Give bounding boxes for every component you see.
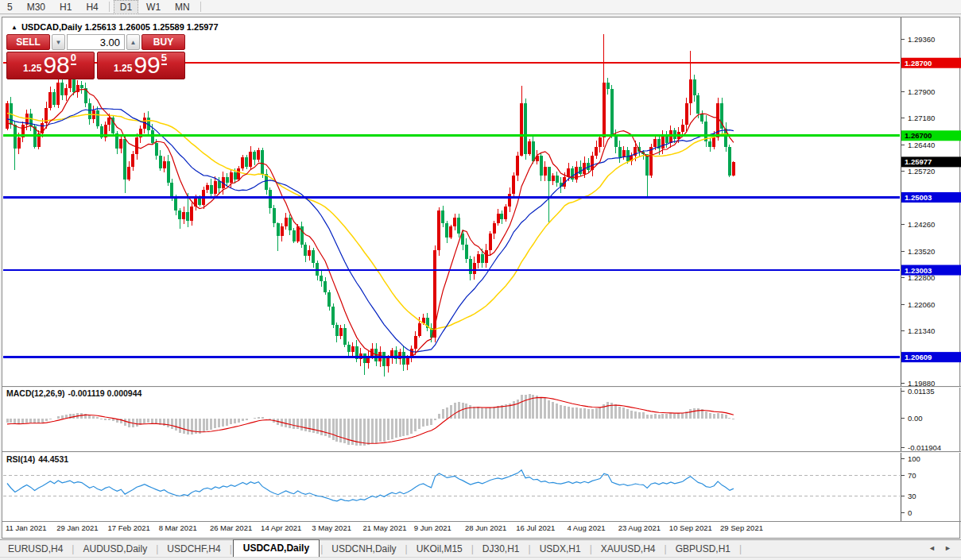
- tab-usdcnh-daily[interactable]: USDCNH,Daily: [324, 542, 404, 557]
- sell-button[interactable]: SELL: [6, 34, 50, 50]
- timeframe-D1[interactable]: D1: [114, 0, 138, 14]
- tab-scroll-left-icon[interactable]: ◄: [928, 544, 936, 552]
- svg-text:1.25003: 1.25003: [905, 193, 932, 202]
- svg-text:23 Aug 2021: 23 Aug 2021: [618, 523, 661, 532]
- svg-text:1.27900: 1.27900: [908, 87, 935, 96]
- timeframe-MN[interactable]: MN: [169, 0, 196, 14]
- triangle-down-icon: ▼: [56, 39, 62, 46]
- svg-text:1.26440: 1.26440: [908, 141, 935, 149]
- toolbar-separator: [200, 2, 201, 12]
- svg-text:1.28700: 1.28700: [905, 59, 932, 68]
- buy-price-big: 99: [134, 54, 160, 76]
- svg-text:1.22800: 1.22800: [908, 273, 935, 282]
- macd-indicator-label: MACD(12,26,9)-0.001119 0.000944: [6, 388, 141, 398]
- tab-xauusd-h4[interactable]: XAUUSD,H4: [593, 542, 664, 557]
- svg-text:3 May 2021: 3 May 2021: [312, 523, 351, 532]
- svg-text:1.27180: 1.27180: [908, 114, 935, 122]
- buy-price-prefix: 1.25: [114, 63, 132, 74]
- sell-price-big: 98: [43, 54, 69, 76]
- tab-audusd-daily[interactable]: AUDUSD,Daily: [75, 542, 155, 557]
- collapse-chart-icon[interactable]: ▲: [11, 24, 17, 31]
- svg-text:0.00: 0.00: [908, 414, 923, 423]
- toolbar-separator: [109, 2, 110, 12]
- price-chart-canvas: 1.287001.267001.250031.230031.206091.259…: [2, 17, 961, 539]
- svg-text:4 Aug 2021: 4 Aug 2021: [567, 523, 605, 532]
- triangle-up-icon: ▲: [130, 39, 137, 46]
- timeframe-M30[interactable]: M30: [21, 0, 52, 14]
- buy-button[interactable]: BUY: [141, 34, 185, 50]
- svg-text:100: 100: [908, 454, 920, 463]
- tab-ukoil-m15[interactable]: UKOil,M15: [409, 542, 471, 557]
- svg-text:21 May 2021: 21 May 2021: [363, 523, 407, 532]
- svg-text:1.26700: 1.26700: [905, 131, 932, 140]
- svg-text:1.20609: 1.20609: [905, 353, 932, 361]
- volume-increase-button[interactable]: ▲: [126, 34, 140, 50]
- svg-text:1.23520: 1.23520: [908, 247, 935, 256]
- svg-text:1.24260: 1.24260: [908, 220, 935, 229]
- svg-text:1.22060: 1.22060: [908, 300, 935, 309]
- chart-title-text: USDCAD,Daily 1.25613 1.26005 1.25589 1.2…: [21, 22, 219, 32]
- buy-price-button[interactable]: 1.25 99 5: [97, 52, 185, 79]
- timeframe-W1[interactable]: W1: [140, 0, 167, 14]
- svg-text:29 Jan 2021: 29 Jan 2021: [56, 523, 98, 532]
- tab-scroll-right-icon[interactable]: ►: [944, 544, 951, 552]
- timeframe-5[interactable]: 5: [1, 0, 19, 14]
- sell-price-button[interactable]: 1.25 98 0: [6, 52, 95, 79]
- svg-text:1.25720: 1.25720: [908, 167, 935, 176]
- timeframe-H1[interactable]: H1: [53, 0, 78, 14]
- one-click-trading-panel: SELL ▼ ▲ BUY 1.25 98 0 1.25 99 5: [6, 34, 185, 79]
- chart-tabs-bar: ◄ ► EURUSD,H4|AUDUSD,Daily|USDCHF,H4|USD…: [0, 539, 961, 557]
- svg-text:70: 70: [908, 471, 916, 480]
- buy-price-sup: 5: [161, 52, 167, 65]
- svg-text:9 Jun 2021: 9 Jun 2021: [414, 523, 451, 532]
- svg-text:17 Feb 2021: 17 Feb 2021: [107, 523, 149, 532]
- tab-gbpusd-h1[interactable]: GBPUSD,H1: [668, 542, 738, 557]
- sell-price-sup: 0: [71, 52, 76, 65]
- svg-text:30: 30: [908, 492, 916, 500]
- svg-text:26 Mar 2021: 26 Mar 2021: [210, 523, 252, 532]
- svg-text:1.29360: 1.29360: [908, 35, 935, 44]
- tab-usdcad-daily[interactable]: USDCAD,Daily: [233, 539, 320, 557]
- svg-text:0.01135: 0.01135: [908, 387, 935, 396]
- tab-usdx-h1[interactable]: USDX,H1: [532, 542, 589, 557]
- tab-separator: |: [738, 543, 742, 557]
- svg-text:16 Jul 2021: 16 Jul 2021: [516, 523, 555, 532]
- svg-text:11 Jan 2021: 11 Jan 2021: [6, 523, 47, 532]
- svg-text:0: 0: [908, 508, 912, 517]
- svg-text:14 Apr 2021: 14 Apr 2021: [261, 523, 301, 532]
- timeframe-toolbar: 5M30H1H4D1W1MN: [0, 0, 961, 14]
- svg-text:-0.011904: -0.011904: [908, 443, 941, 452]
- svg-text:10 Sep 2021: 10 Sep 2021: [669, 523, 712, 532]
- svg-text:1.25977: 1.25977: [905, 157, 932, 166]
- tab-dj30-h1[interactable]: DJ30,H1: [475, 542, 528, 557]
- svg-text:29 Sep 2021: 29 Sep 2021: [720, 523, 763, 532]
- rsi-indicator-label: RSI(14)44.4531: [6, 454, 68, 464]
- timeframe-H4[interactable]: H4: [79, 0, 104, 14]
- chart-window: 1.287001.267001.250031.230031.206091.259…: [2, 17, 960, 539]
- volume-decrease-button[interactable]: ▼: [52, 34, 65, 50]
- status-strip: [0, 557, 961, 560]
- chart-title: ▲ USDCAD,Daily 1.25613 1.26005 1.25589 1…: [11, 22, 219, 32]
- tab-usdchf-h4[interactable]: USDCHF,H4: [159, 542, 228, 557]
- svg-text:28 Jun 2021: 28 Jun 2021: [465, 523, 506, 532]
- svg-text:1.21340: 1.21340: [908, 326, 935, 335]
- tab-eurusd-h4[interactable]: EURUSD,H4: [0, 542, 71, 557]
- sell-price-prefix: 1.25: [23, 63, 41, 74]
- volume-input[interactable]: [67, 34, 125, 50]
- svg-text:8 Mar 2021: 8 Mar 2021: [159, 523, 197, 532]
